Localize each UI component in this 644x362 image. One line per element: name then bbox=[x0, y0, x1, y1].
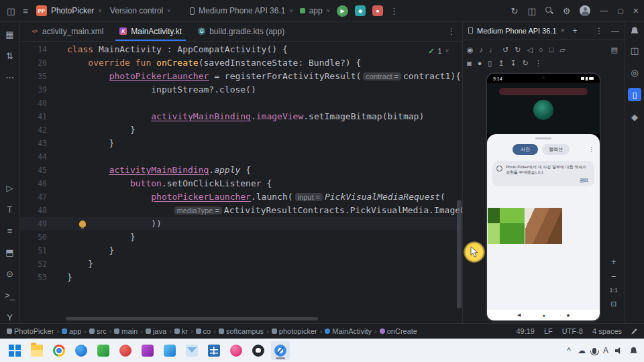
device-selector[interactable]: Medium Phone API 36.1 ˅ bbox=[190, 6, 293, 15]
debug-button[interactable]: ◆ bbox=[355, 5, 366, 16]
zoom-out-button[interactable]: − bbox=[611, 272, 616, 281]
pull-file-icon[interactable]: ↧ bbox=[511, 60, 517, 67]
speaker-icon[interactable] bbox=[615, 347, 623, 355]
screen-record-icon[interactable]: ● bbox=[478, 60, 482, 67]
commit-tool-icon[interactable]: ⇅ bbox=[3, 50, 17, 62]
minimize-button[interactable]: — bbox=[600, 6, 608, 15]
build-tool-icon[interactable]: ⬒ bbox=[3, 247, 17, 259]
breadcrumb-item[interactable]: MainActivity bbox=[325, 327, 372, 335]
home-icon[interactable]: ○ bbox=[539, 46, 543, 54]
gemini-tool-icon[interactable]: ◆ bbox=[628, 110, 641, 123]
code-line[interactable]: 53} bbox=[20, 271, 462, 284]
more-actions-icon[interactable]: ⋮ bbox=[390, 7, 398, 15]
breadcrumb-item[interactable]: kr bbox=[174, 327, 188, 335]
main-menu-icon[interactable]: ≡ bbox=[23, 7, 28, 15]
close-device-tab-icon[interactable]: × bbox=[561, 27, 565, 34]
restart-icon[interactable]: ↻ bbox=[523, 60, 529, 67]
fold-icon[interactable]: ▱ bbox=[559, 46, 565, 54]
spreadsheet-app[interactable] bbox=[205, 341, 223, 360]
code-line[interactable]: 46 button.setOnClickListener { bbox=[20, 177, 462, 190]
file-encoding[interactable]: UTF-8 bbox=[562, 327, 583, 335]
add-device-button[interactable]: + bbox=[572, 26, 577, 36]
maximize-button[interactable]: ▢ bbox=[617, 7, 623, 15]
inspection-widget[interactable]: ✓ 1 ˅ bbox=[428, 44, 449, 58]
tray-chevron-icon[interactable]: ^ bbox=[567, 346, 571, 355]
code-line[interactable]: 49 )) bbox=[20, 217, 462, 231]
more-icon[interactable]: ⋮ bbox=[535, 60, 542, 67]
start-button[interactable] bbox=[5, 341, 24, 360]
android-studio[interactable] bbox=[271, 341, 290, 360]
vertical-scrollbar[interactable] bbox=[457, 200, 462, 308]
run-tool-icon[interactable]: ▷ bbox=[3, 182, 17, 194]
device-manager-icon[interactable]: ◫ bbox=[527, 7, 535, 15]
sheet-drag-handle[interactable] bbox=[535, 137, 551, 139]
code-line[interactable]: 20 override fun onCreate(savedInstanceSt… bbox=[20, 56, 462, 70]
horizontal-scrollbar[interactable] bbox=[66, 317, 318, 320]
code-line[interactable]: 45 activityMainBinding.apply { bbox=[20, 164, 462, 177]
rotate-left-icon[interactable]: ↺ bbox=[502, 46, 508, 54]
git-branch-tool-icon[interactable]: Y bbox=[3, 311, 17, 323]
app-blue[interactable] bbox=[72, 341, 91, 360]
code-line[interactable]: 47 photoPickerLauncher.launch(input =Pic… bbox=[20, 190, 462, 204]
power-icon[interactable]: ◉ bbox=[467, 46, 474, 54]
breadcrumb-item[interactable]: onCreate bbox=[380, 327, 417, 335]
editor-tab-mainactivity-kt[interactable]: MainActivity.kt bbox=[111, 21, 190, 41]
code-line[interactable]: 44 bbox=[20, 150, 462, 164]
hardware-input-icon[interactable]: ▤ bbox=[611, 46, 618, 54]
push-file-icon[interactable]: ↥ bbox=[498, 60, 504, 67]
indent-setting[interactable]: 4 spaces bbox=[592, 327, 622, 335]
editor-tab-build-gradle-kts-app-[interactable]: build.gradle.kts (app) bbox=[190, 21, 292, 41]
device-manager-icon[interactable]: ◎ bbox=[628, 66, 641, 79]
structure-tool-icon[interactable]: ≡ bbox=[3, 225, 17, 237]
terminal-tool-icon[interactable]: >_ bbox=[3, 290, 17, 302]
back-icon[interactable]: ◁ bbox=[527, 46, 533, 54]
line-separator[interactable]: LF bbox=[544, 327, 553, 335]
app-red[interactable] bbox=[116, 341, 135, 360]
breadcrumb-item[interactable]: softcampus bbox=[219, 327, 264, 335]
volume-up-icon[interactable]: ♪ bbox=[480, 46, 484, 54]
breadcrumb-item[interactable]: PhotoPicker bbox=[7, 327, 54, 335]
intention-bulb-icon[interactable] bbox=[79, 221, 86, 227]
chrome-browser[interactable] bbox=[50, 341, 68, 360]
more-tool-windows-icon[interactable]: ⋯ bbox=[3, 71, 17, 83]
emulator-screen[interactable]: 9:14 사진 컬렉션 bbox=[487, 74, 600, 320]
breadcrumb-item[interactable]: src bbox=[89, 327, 107, 335]
code-line[interactable]: 43 } bbox=[20, 137, 462, 150]
nav-back-icon[interactable]: ◀ bbox=[517, 312, 521, 318]
hide-panel-icon[interactable]: — bbox=[611, 26, 619, 36]
picker-menu-kebab-icon[interactable]: ⋮ bbox=[588, 146, 594, 153]
notifications-bell-icon[interactable] bbox=[631, 27, 639, 35]
photo-thumbnail-wood[interactable] bbox=[525, 208, 562, 244]
code-editor[interactable]: 14class MainActivity : AppCompatActivity… bbox=[20, 42, 462, 323]
app-green[interactable] bbox=[94, 341, 113, 360]
breadcrumb-item[interactable]: photopicker bbox=[272, 327, 317, 335]
file-explorer[interactable] bbox=[28, 341, 46, 360]
code-line[interactable]: 41 activityMainBinding.imageView.setImag… bbox=[20, 110, 462, 123]
app-pink[interactable] bbox=[227, 341, 246, 360]
screenshot-icon[interactable]: ◙ bbox=[467, 60, 472, 67]
code-line[interactable]: 42 } bbox=[20, 123, 462, 137]
app-skyblue[interactable] bbox=[160, 341, 179, 360]
code-line[interactable]: 48 mediaType =ActivityResultContracts.Pi… bbox=[20, 204, 462, 217]
editor-tab-activity-main-xml[interactable]: activity_main.xml bbox=[23, 21, 111, 41]
panel-options-kebab-icon[interactable]: ⋮ bbox=[595, 26, 603, 36]
tab-photos[interactable]: 사진 bbox=[513, 144, 538, 155]
app-purple[interactable] bbox=[138, 341, 157, 360]
sync-icon[interactable]: ↻ bbox=[511, 7, 519, 15]
breadcrumb-item[interactable]: java bbox=[146, 327, 166, 335]
search-everywhere-icon[interactable] bbox=[545, 7, 553, 15]
project-widget[interactable]: PP PhotoPicker ˅ bbox=[36, 5, 102, 16]
tab-collections[interactable]: 컬렉션 bbox=[542, 144, 570, 155]
breadcrumb-item[interactable]: main bbox=[114, 327, 138, 335]
ime-language-icon[interactable]: A bbox=[603, 346, 608, 355]
stop-button[interactable]: ■ bbox=[372, 5, 383, 16]
user-avatar[interactable] bbox=[580, 5, 590, 16]
code-line[interactable]: 35 photoPickerLauncher = registerForActi… bbox=[20, 70, 462, 83]
workspace-icon[interactable]: ◫ bbox=[7, 7, 15, 15]
run-button[interactable]: ▶ bbox=[337, 5, 348, 17]
onedrive-cloud-icon[interactable]: ☁ bbox=[578, 346, 586, 355]
gradle-tool-icon[interactable]: ◫ bbox=[628, 44, 641, 57]
photo-thumbnail-green[interactable] bbox=[488, 208, 525, 244]
fit-screen-icon[interactable]: ⊡ bbox=[610, 300, 616, 308]
manage-link[interactable]: 관리 bbox=[580, 178, 588, 184]
